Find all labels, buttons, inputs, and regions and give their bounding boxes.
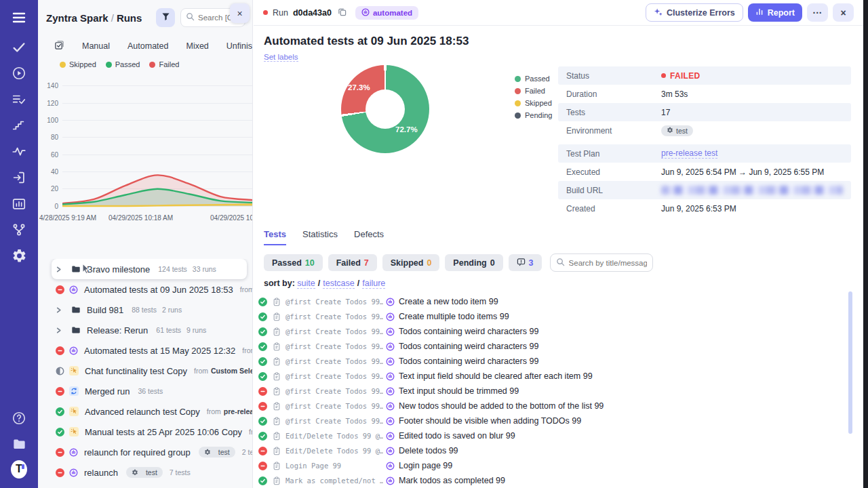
testomat-logo[interactable]: T xyxy=(11,461,27,477)
filter-skipped-chip[interactable]: Skipped0 xyxy=(382,254,440,271)
test-row[interactable]: Mark as completed/not …Mark todos as com… xyxy=(258,473,851,488)
test-row[interactable]: Edit/Delete Todos 99 @…Delete todos 99 xyxy=(258,443,851,458)
help-icon[interactable] xyxy=(11,410,27,426)
runs-play-icon[interactable] xyxy=(11,65,27,81)
run-title[interactable]: Advanced relaunch test Copy xyxy=(85,407,200,417)
test-row[interactable]: @first Create Todos 99…New todos should … xyxy=(258,399,851,413)
robot-icon xyxy=(386,357,395,366)
tab-automated[interactable]: Automated xyxy=(127,41,168,51)
y-tick: 60 xyxy=(41,151,58,159)
close-run-button[interactable]: × xyxy=(833,3,854,22)
sort-by-suite-link[interactable]: suite xyxy=(297,279,315,289)
test-title[interactable]: Delete todos 99 xyxy=(399,446,458,455)
filter-pending-chip[interactable]: Pending0 xyxy=(445,254,502,271)
tasks-check-icon[interactable] xyxy=(11,39,27,56)
test-title[interactable]: New todos should be added to the bottom … xyxy=(399,401,604,411)
test-title[interactable]: Mark todos as completed 99 xyxy=(399,476,505,485)
run-title[interactable]: Automated tests at 15 May 2025 12:32 xyxy=(84,346,235,356)
run-title[interactable]: Automated tests at 09 Jun 2025 18:53 xyxy=(84,285,233,295)
skipped-dot xyxy=(60,62,66,68)
copy-run-id-button[interactable] xyxy=(336,6,348,20)
list-item-run[interactable]: relaunch for required group test 2 tests xyxy=(38,442,252,462)
test-title[interactable]: Todos containing weird characters 99 xyxy=(399,357,538,366)
test-title[interactable]: Text input field should be cleared after… xyxy=(399,371,593,381)
steps-icon[interactable] xyxy=(11,117,27,134)
test-row[interactable]: @first Create Todos 99…Create a new todo… xyxy=(258,294,851,309)
test-title[interactable]: Edited todo is saved on blur 99 xyxy=(399,431,515,441)
tests-search[interactable] xyxy=(550,253,653,272)
list-item-milestone[interactable]: Bravo milestone 124 tests 33 runs xyxy=(52,259,247,279)
tab-manual[interactable]: Manual xyxy=(82,41,110,51)
panel-close-button[interactable]: × xyxy=(230,3,250,23)
test-row[interactable]: @first Create Todos 99…Todos containing … xyxy=(258,324,851,339)
list-item-run[interactable]: Manual tests at 25 Apr 2025 10:06 Copy f… xyxy=(38,422,252,442)
test-title[interactable]: Login page 99 xyxy=(399,461,452,470)
list-item-milestone[interactable]: Release: Rerun 61 tests 9 runs xyxy=(38,320,252,340)
test-plan-link[interactable]: pre-release test xyxy=(661,148,717,159)
chevron-right-icon[interactable] xyxy=(56,266,66,272)
comments-filter-chip[interactable]: 3 xyxy=(509,254,542,271)
project-name[interactable]: Zyntra Spark xyxy=(46,12,108,24)
filter-button[interactable] xyxy=(156,8,175,27)
test-row[interactable]: @first Create Todos 99…Todos containing … xyxy=(258,354,851,369)
filter-failed-chip[interactable]: Failed7 xyxy=(328,254,377,271)
filter-passed-chip[interactable]: Passed10 xyxy=(264,254,323,271)
settings-gear-icon[interactable] xyxy=(11,247,27,264)
more-actions-button[interactable]: ··· xyxy=(807,3,828,22)
projects-folder-icon[interactable] xyxy=(11,436,27,452)
tab-tests[interactable]: Tests xyxy=(264,229,286,245)
run-title[interactable]: Chat functinality test Copy xyxy=(85,366,187,376)
list-item-run[interactable]: Advanced relaunch test Copy from pre-rel… xyxy=(38,401,252,422)
list-item-run[interactable]: Chat functinality test Copy from Custom … xyxy=(38,361,252,381)
branching-icon[interactable] xyxy=(11,222,27,238)
list-item-run[interactable]: Automated tests at 09 Jun 2025 18:53 fro… xyxy=(38,279,252,300)
sort-by-failure-link[interactable]: failure xyxy=(362,279,385,289)
chevron-right-icon[interactable] xyxy=(56,307,66,313)
breadcrumb[interactable]: Zyntra Spark/Runs xyxy=(46,12,142,24)
tab-statistics[interactable]: Statistics xyxy=(302,229,338,245)
sort-by-testcase-link[interactable]: testcase xyxy=(323,279,355,289)
run-title[interactable]: Merged run xyxy=(85,386,130,396)
select-runs-icon[interactable] xyxy=(54,40,64,53)
tab-unfinished[interactable]: Unfinished xyxy=(226,41,253,51)
test-title[interactable]: Text input should be trimmed 99 xyxy=(399,386,519,396)
test-row[interactable]: @first Create Todos 99…Footer should be … xyxy=(258,413,851,428)
report-button[interactable]: Report xyxy=(748,3,802,22)
test-row[interactable]: @first Create Todos 99…Todos containing … xyxy=(258,339,851,354)
milestone-title[interactable]: Bravo milestone xyxy=(87,264,150,274)
test-row[interactable]: Login Page 99Login page 99 xyxy=(258,458,851,473)
tab-mixed[interactable]: Mixed xyxy=(186,41,208,51)
tests-search-input[interactable] xyxy=(569,259,647,267)
list-item-run[interactable]: Automated tests at 15 May 2025 12:32 fro… xyxy=(38,340,252,361)
set-labels-link[interactable]: Set labels xyxy=(264,53,298,62)
milestone-title[interactable]: Release: Rerun xyxy=(87,325,148,336)
list-check-icon[interactable] xyxy=(11,92,27,108)
run-title[interactable]: relaunch for required group xyxy=(84,447,191,458)
test-row[interactable]: @first Create Todos 99…Text input field … xyxy=(258,369,851,384)
scrollbar-thumb[interactable] xyxy=(848,291,852,434)
list-item-run[interactable]: relaunch test 7 tests xyxy=(38,462,252,483)
suite-name: @first Create Todos 99… xyxy=(285,387,383,395)
analytics-chart-icon[interactable] xyxy=(11,196,27,212)
test-title[interactable]: Create a new todo item 99 xyxy=(399,297,498,306)
menu-icon[interactable] xyxy=(11,9,27,26)
test-row[interactable]: @first Create Todos 99…Create multiple t… xyxy=(258,309,851,324)
test-row[interactable]: @first Create Todos 99…Text input should… xyxy=(258,384,851,399)
run-title[interactable]: Manual tests at 25 Apr 2025 10:06 Copy xyxy=(85,427,242,437)
test-title[interactable]: Footer should be visible when adding TOD… xyxy=(399,416,581,426)
skipped-dot xyxy=(515,100,521,106)
tab-defects[interactable]: Defects xyxy=(354,229,384,245)
chevron-right-icon[interactable] xyxy=(56,327,66,333)
list-item-run[interactable]: Merged run 36 tests xyxy=(38,381,252,401)
test-title[interactable]: Create multiple todo items 99 xyxy=(399,312,509,321)
run-title[interactable]: relaunch xyxy=(84,468,118,478)
test-title[interactable]: Todos containing weird characters 99 xyxy=(399,327,538,336)
list-item-milestone[interactable]: Build 981 88 tests 2 runs xyxy=(38,300,252,320)
milestone-title[interactable]: Build 981 xyxy=(87,305,123,315)
test-title[interactable]: Todos containing weird characters 99 xyxy=(399,342,538,351)
test-row[interactable]: Edit/Delete Todos 99 @…Edited todo is sa… xyxy=(258,428,851,443)
suite-name: @first Create Todos 99… xyxy=(285,342,383,350)
sign-in-icon[interactable] xyxy=(11,169,27,186)
activity-pulse-icon[interactable] xyxy=(11,144,27,160)
clusterize-errors-button[interactable]: Clusterize Errors xyxy=(646,3,743,22)
